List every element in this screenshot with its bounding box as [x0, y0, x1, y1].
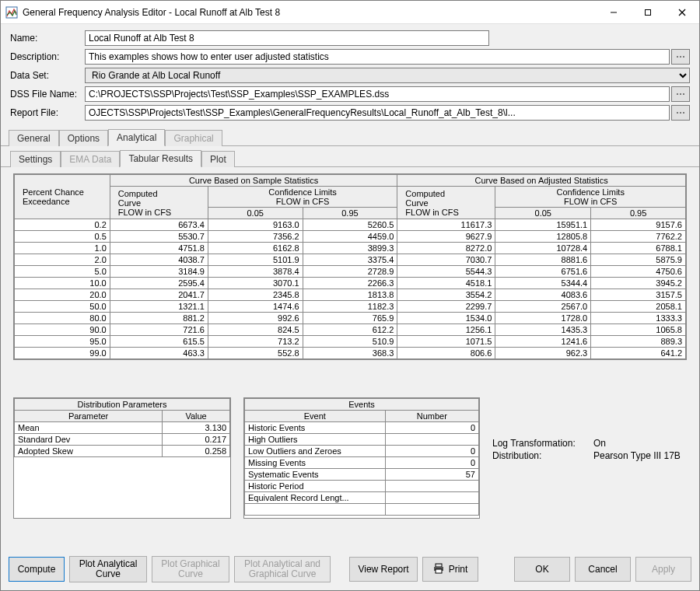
table-row[interactable]: High Outliers	[245, 434, 479, 446]
event-name-cell[interactable]: Equivalent Record Lengt...	[245, 492, 386, 504]
table-cell[interactable]: 2299.7	[397, 301, 495, 313]
dataset-select[interactable]: Rio Grande at Alb Local Runoff	[85, 68, 690, 83]
table-cell[interactable]: 1321.1	[110, 301, 208, 313]
table-cell[interactable]: 612.2	[303, 324, 397, 336]
table-cell[interactable]: 1256.1	[397, 324, 495, 336]
table-cell[interactable]: 806.6	[397, 348, 495, 359]
table-cell[interactable]: 4083.6	[495, 289, 591, 301]
table-cell[interactable]: 2041.7	[110, 289, 208, 301]
event-name-cell[interactable]: Low Outliers and Zeroes	[245, 446, 386, 457]
table-cell[interactable]: 1728.0	[495, 313, 591, 324]
table-cell[interactable]: 5344.4	[495, 278, 591, 289]
table-cell[interactable]: 2266.3	[303, 278, 397, 289]
name-input[interactable]	[85, 30, 489, 46]
table-cell[interactable]: 10728.4	[495, 243, 591, 254]
event-number-cell[interactable]	[385, 481, 478, 492]
table-row[interactable]: Missing Events0	[245, 457, 479, 469]
table-cell[interactable]: 6673.4	[110, 219, 208, 231]
compute-button[interactable]: Compute	[9, 557, 65, 582]
table-cell[interactable]: 1.0	[15, 243, 110, 254]
table-cell[interactable]: 11617.3	[397, 219, 495, 231]
tab-graphical[interactable]: Graphical	[165, 130, 222, 146]
table-cell[interactable]: 824.5	[208, 324, 303, 336]
table-cell[interactable]: 10.0	[15, 278, 110, 289]
table-cell[interactable]: 9627.9	[397, 231, 495, 243]
close-button[interactable]	[665, 1, 699, 24]
event-number-cell[interactable]: 57	[385, 469, 478, 481]
table-cell[interactable]: 0.5	[15, 231, 110, 243]
table-cell[interactable]: 713.2	[208, 336, 303, 348]
table-cell[interactable]: 2567.0	[495, 301, 591, 313]
dist-param-cell[interactable]: Standard Dev	[15, 434, 163, 446]
table-row[interactable]: Low Outliers and Zeroes0	[245, 446, 479, 457]
table-cell[interactable]: 80.0	[15, 313, 110, 324]
table-cell[interactable]: 3945.2	[591, 278, 686, 289]
subtab-settings[interactable]: Settings	[10, 151, 61, 167]
table-cell[interactable]: 6751.6	[495, 266, 591, 278]
event-name-cell[interactable]: Historic Period	[245, 481, 386, 492]
table-cell[interactable]: 889.3	[591, 336, 686, 348]
event-name-cell[interactable]: High Outliers	[245, 434, 386, 446]
minimize-button[interactable]	[597, 1, 631, 24]
dist-param-cell[interactable]: Mean	[15, 422, 163, 434]
tab-analytical[interactable]: Analytical	[108, 129, 165, 146]
table-cell[interactable]: 992.6	[208, 313, 303, 324]
table-cell[interactable]: 8272.0	[397, 243, 495, 254]
event-name-cell[interactable]: Systematic Events	[245, 469, 386, 481]
table-cell[interactable]: 881.2	[110, 313, 208, 324]
table-cell[interactable]: 5101.9	[208, 254, 303, 266]
tab-general[interactable]: General	[9, 130, 59, 146]
table-cell[interactable]: 6788.1	[591, 243, 686, 254]
table-cell[interactable]: 552.8	[208, 348, 303, 359]
event-number-cell[interactable]	[385, 492, 478, 504]
print-button[interactable]: Print	[422, 557, 478, 582]
tab-options[interactable]: Options	[59, 130, 108, 146]
table-cell[interactable]: 7030.7	[397, 254, 495, 266]
table-cell[interactable]: 9157.6	[591, 219, 686, 231]
plot-graphical-button[interactable]: Plot Graphical Curve	[152, 556, 229, 582]
table-row[interactable]: 0.26673.49163.05260.511617.315951.19157.…	[15, 219, 686, 231]
table-row[interactable]: 1.04751.86162.83899.38272.010728.46788.1	[15, 243, 686, 254]
table-cell[interactable]: 1065.8	[591, 324, 686, 336]
table-row[interactable]: Historic Events0	[245, 422, 479, 434]
table-row[interactable]: Systematic Events57	[245, 469, 479, 481]
table-cell[interactable]: 463.3	[110, 348, 208, 359]
table-cell[interactable]: 962.3	[495, 348, 591, 359]
table-cell[interactable]: 5875.9	[591, 254, 686, 266]
table-cell[interactable]: 8881.6	[495, 254, 591, 266]
table-cell[interactable]: 1474.6	[208, 301, 303, 313]
table-row[interactable]: Equivalent Record Lengt...	[245, 492, 479, 504]
reportfile-input[interactable]	[85, 105, 670, 121]
table-cell[interactable]: 3375.4	[303, 254, 397, 266]
cancel-button[interactable]: Cancel	[575, 557, 631, 582]
table-row[interactable]: Standard Dev0.217	[15, 434, 230, 446]
table-cell[interactable]: 99.0	[15, 348, 110, 359]
table-cell[interactable]: 4518.1	[397, 278, 495, 289]
table-cell[interactable]: 2728.9	[303, 266, 397, 278]
event-number-cell[interactable]	[385, 434, 478, 446]
table-cell[interactable]: 368.3	[303, 348, 397, 359]
table-cell[interactable]: 20.0	[15, 289, 110, 301]
table-row[interactable]: Historic Period	[245, 481, 479, 492]
subtab-tabular[interactable]: Tabular Results	[120, 150, 201, 167]
table-cell[interactable]: 2058.1	[591, 301, 686, 313]
table-row[interactable]: 90.0721.6824.5612.21256.11435.31065.8	[15, 324, 686, 336]
dssfile-browse-button[interactable]	[671, 86, 690, 102]
results-table[interactable]: Percent Chance Exceedance Curve Based on…	[14, 174, 686, 359]
table-cell[interactable]: 510.9	[303, 336, 397, 348]
table-cell[interactable]: 6162.8	[208, 243, 303, 254]
table-cell[interactable]: 3899.3	[303, 243, 397, 254]
table-cell[interactable]: 3878.4	[208, 266, 303, 278]
view-report-button[interactable]: View Report	[349, 557, 418, 582]
table-cell[interactable]: 641.2	[591, 348, 686, 359]
table-row[interactable]: 0.55530.77356.24459.09627.912805.87762.2	[15, 231, 686, 243]
table-cell[interactable]: 1333.3	[591, 313, 686, 324]
table-cell[interactable]: 4459.0	[303, 231, 397, 243]
dist-value-cell[interactable]: 0.217	[163, 434, 230, 446]
table-cell[interactable]: 615.5	[110, 336, 208, 348]
table-cell[interactable]: 90.0	[15, 324, 110, 336]
maximize-button[interactable]	[631, 1, 665, 24]
table-cell[interactable]: 3157.5	[591, 289, 686, 301]
table-cell[interactable]: 4038.7	[110, 254, 208, 266]
plot-analytical-button[interactable]: Plot Analytical Curve	[69, 556, 147, 582]
